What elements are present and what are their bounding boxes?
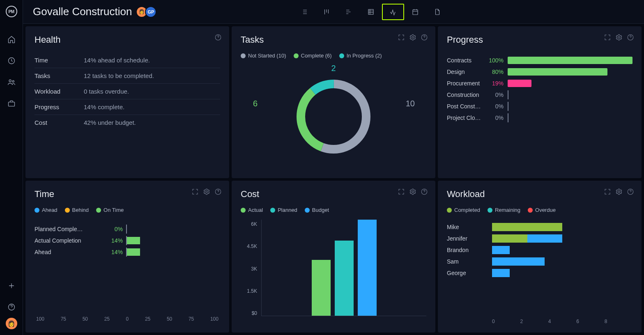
- svg-point-8: [412, 37, 414, 39]
- workload-row: George: [447, 269, 632, 277]
- briefcase-icon[interactable]: [7, 99, 16, 108]
- svg-point-1: [9, 80, 11, 82]
- legend-item: Actual: [241, 207, 263, 213]
- project-members[interactable]: 👩 GP: [138, 6, 156, 18]
- help-icon[interactable]: [627, 34, 634, 41]
- legend-item: Behind: [65, 207, 89, 213]
- progress-row-name: Post Const…: [447, 103, 488, 110]
- list-view-icon[interactable]: [293, 4, 315, 20]
- health-row-label: Progress: [34, 103, 84, 110]
- workload-row-bar: [492, 223, 632, 231]
- gear-icon[interactable]: [409, 188, 416, 195]
- progress-row: Post Const… 0%: [447, 103, 632, 110]
- time-row-bar: [126, 225, 220, 233]
- panel-title: Health: [34, 34, 220, 45]
- time-row: Planned Comple… 0%: [34, 225, 220, 233]
- progress-row-bar: [508, 103, 632, 110]
- gear-icon[interactable]: [409, 34, 416, 41]
- legend-item: Completed: [447, 207, 480, 213]
- files-view-icon[interactable]: [426, 4, 448, 20]
- legend-item: Not Started (10): [241, 53, 286, 59]
- board-view-icon[interactable]: [315, 4, 338, 20]
- progress-row-pct: 80%: [488, 69, 508, 75]
- legend-item: Budget: [305, 207, 329, 213]
- progress-row: Construction 0%: [447, 91, 632, 99]
- home-icon[interactable]: [7, 34, 16, 44]
- progress-row-bar: [508, 57, 632, 64]
- progress-row: Contracts 100%: [447, 57, 632, 64]
- workload-panel: Workload CompletedRemainingOverdue Mike …: [438, 181, 642, 333]
- tasks-complete-count: 6: [253, 99, 258, 108]
- health-row-label: Time: [34, 57, 84, 64]
- time-row-pct: 14%: [106, 249, 126, 255]
- member-avatar[interactable]: GP: [145, 6, 156, 18]
- calendar-view-icon[interactable]: [404, 4, 426, 20]
- health-row-value: 0 tasks overdue.: [84, 88, 129, 95]
- time-panel: Time AheadBehindOn Time Planned Comple… …: [25, 181, 229, 333]
- progress-row: Design 80%: [447, 68, 632, 76]
- progress-row-pct: 100%: [488, 57, 508, 64]
- progress-row-bar: [508, 80, 632, 87]
- workload-row-bar: [492, 234, 632, 243]
- expand-icon[interactable]: [398, 188, 405, 195]
- topbar: Govalle Construction 👩 GP: [23, 0, 644, 24]
- legend-item: In Progress (2): [339, 53, 382, 59]
- clock-icon[interactable]: [7, 56, 16, 66]
- help-icon[interactable]: [421, 188, 428, 195]
- tasks-legend: Not Started (10)Complete (6)In Progress …: [241, 53, 426, 59]
- gantt-view-icon[interactable]: [338, 4, 360, 20]
- workload-row-name: Jennifer: [447, 235, 492, 242]
- gear-icon[interactable]: [615, 188, 623, 195]
- svg-point-15: [206, 191, 208, 193]
- help-icon[interactable]: [214, 34, 222, 41]
- tasks-inprogress-count: 2: [331, 64, 336, 73]
- workload-row: Sam: [447, 257, 632, 266]
- dashboard-grid: Health Time 14% ahead of schedule. Tasks…: [23, 24, 644, 335]
- progress-row-name: Design: [447, 69, 488, 75]
- app-logo[interactable]: PM: [6, 6, 17, 17]
- progress-row-bar: [508, 114, 632, 122]
- gear-icon[interactable]: [203, 188, 210, 195]
- cost-bar-planned: [335, 241, 354, 316]
- legend-item: Remaining: [488, 207, 520, 213]
- cost-panel: Cost ActualPlannedBudget 6K4.5K3K1.5K$0: [232, 181, 435, 333]
- dashboard-view-icon[interactable]: [382, 4, 404, 20]
- health-row-value: 14% complete.: [84, 103, 124, 110]
- gear-icon[interactable]: [615, 34, 623, 41]
- workload-row-name: Brandon: [447, 247, 492, 253]
- time-row-name: Ahead: [34, 249, 106, 255]
- help-icon[interactable]: [7, 302, 16, 312]
- workload-row-name: George: [447, 270, 492, 276]
- progress-row-name: Procurement: [447, 80, 488, 87]
- progress-row-pct: 0%: [488, 115, 508, 121]
- svg-rect-5: [368, 9, 373, 14]
- workload-axis: 02468: [447, 319, 632, 324]
- help-icon[interactable]: [627, 188, 634, 195]
- time-axis: 1007550250255075100: [34, 316, 220, 324]
- workload-row-bar: [492, 246, 632, 254]
- add-icon[interactable]: [7, 281, 16, 291]
- legend-item: Ahead: [34, 207, 58, 213]
- progress-row-name: Construction: [447, 92, 488, 98]
- expand-icon[interactable]: [398, 34, 405, 41]
- help-icon[interactable]: [421, 34, 428, 41]
- workload-legend: CompletedRemainingOverdue: [447, 207, 632, 213]
- current-user-avatar[interactable]: 👩: [6, 318, 17, 329]
- workload-row-bar: [492, 269, 632, 277]
- sheet-view-icon[interactable]: [360, 4, 382, 20]
- time-row-name: Actual Completion: [34, 237, 106, 244]
- svg-point-2: [12, 80, 14, 82]
- progress-panel: Progress Contracts 100% Design 80% Procu…: [438, 26, 642, 178]
- workload-row-name: Sam: [447, 258, 492, 265]
- expand-icon[interactable]: [604, 34, 611, 41]
- project-title: Govalle Construction: [33, 5, 132, 18]
- expand-icon[interactable]: [604, 188, 611, 195]
- help-icon[interactable]: [214, 188, 222, 195]
- time-row-name: Planned Comple…: [34, 226, 106, 232]
- team-icon[interactable]: [7, 77, 16, 87]
- time-row: Actual Completion 14%: [34, 237, 220, 244]
- svg-point-13: [618, 37, 620, 39]
- progress-row-pct: 0%: [488, 92, 508, 98]
- legend-item: Planned: [270, 207, 297, 213]
- expand-icon[interactable]: [191, 188, 199, 195]
